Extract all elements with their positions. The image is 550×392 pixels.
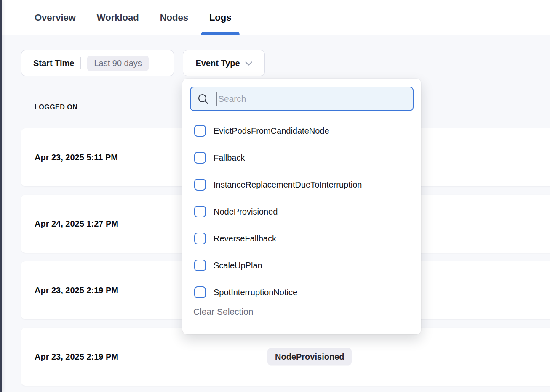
start-time-label: Start Time: [33, 58, 74, 68]
checkbox[interactable]: [194, 233, 206, 244]
logged-on-value: Apr 24, 2025 1:27 PM: [35, 219, 118, 229]
dropdown-option-nodeprovisioned[interactable]: NodeProvisioned: [182, 198, 421, 225]
event-type-label: Event Type: [195, 58, 240, 68]
search-icon: [198, 93, 209, 105]
option-label: InstanceReplacementDueToInterruption: [214, 180, 362, 190]
logged-on-value: Apr 23, 2025 2:19 PM: [35, 286, 118, 295]
dropdown-search-box[interactable]: [190, 87, 414, 111]
option-label: ReverseFallback: [214, 234, 276, 244]
tab-nodes-label: Nodes: [160, 12, 188, 23]
option-label: ScaleUpPlan: [214, 261, 262, 270]
tab-bar: Overview Workload Nodes Logs: [2, 0, 550, 35]
log-table-row[interactable]: Apr 23, 2025 2:19 PM NodeProvisioned: [21, 328, 550, 386]
search-input[interactable]: [217, 87, 413, 110]
checkbox[interactable]: [194, 260, 206, 271]
filter-divider: [80, 57, 81, 69]
tab-workload-label: Workload: [97, 12, 139, 23]
dropdown-option-reversefallback[interactable]: ReverseFallback: [182, 225, 421, 252]
option-label: Fallback: [214, 153, 245, 163]
logged-on-value: Apr 23, 2025 5:11 PM: [35, 153, 118, 162]
sidebar-edge: [0, 0, 2, 392]
start-time-filter-button[interactable]: Start Time Last 90 days: [21, 50, 174, 76]
option-label: EvictPodsFromCandidateNode: [214, 126, 329, 136]
tab-nodes[interactable]: Nodes: [160, 0, 188, 35]
dropdown-option-instancereplacementduetointerruption[interactable]: InstanceReplacementDueToInterruption: [182, 171, 421, 198]
event-type-badge: NodeProvisioned: [267, 348, 352, 366]
tab-overview[interactable]: Overview: [35, 0, 76, 35]
dropdown-option-spotinterruptionnotice[interactable]: SpotInterruptionNotice: [182, 279, 421, 306]
option-label: NodeProvisioned: [214, 207, 278, 217]
tab-logs-label: Logs: [209, 12, 232, 23]
checkbox[interactable]: [194, 152, 206, 164]
dropdown-option-evictpodsfromcandidatenode[interactable]: EvictPodsFromCandidateNode: [182, 117, 421, 144]
column-header-logged-on: LOGGED ON: [35, 103, 77, 111]
checkbox[interactable]: [194, 206, 206, 217]
dropdown-option-fallback[interactable]: Fallback: [182, 144, 421, 171]
dropdown-option-scaleupplan[interactable]: ScaleUpPlan: [182, 252, 421, 279]
event-type-dropdown-panel: EvictPodsFromCandidateNode Fallback Inst…: [182, 79, 421, 334]
filter-bar: Start Time Last 90 days Event Type: [21, 50, 265, 76]
option-label: SpotInterruptionNotice: [214, 288, 297, 297]
event-type-filter-button[interactable]: Event Type: [183, 50, 265, 76]
checkbox[interactable]: [194, 286, 206, 298]
dropdown-option-list: EvictPodsFromCandidateNode Fallback Inst…: [182, 117, 421, 306]
tab-workload[interactable]: Workload: [97, 0, 139, 35]
checkbox[interactable]: [194, 125, 206, 137]
start-time-value-pill: Last 90 days: [87, 56, 148, 71]
chevron-down-icon: [245, 61, 252, 66]
tab-overview-label: Overview: [35, 12, 76, 23]
active-tab-indicator: [201, 32, 240, 35]
checkbox[interactable]: [194, 179, 206, 191]
clear-selection-button[interactable]: Clear Selection: [193, 307, 253, 317]
logged-on-value: Apr 23, 2025 2:19 PM: [35, 352, 118, 362]
tab-logs[interactable]: Logs: [209, 0, 232, 35]
